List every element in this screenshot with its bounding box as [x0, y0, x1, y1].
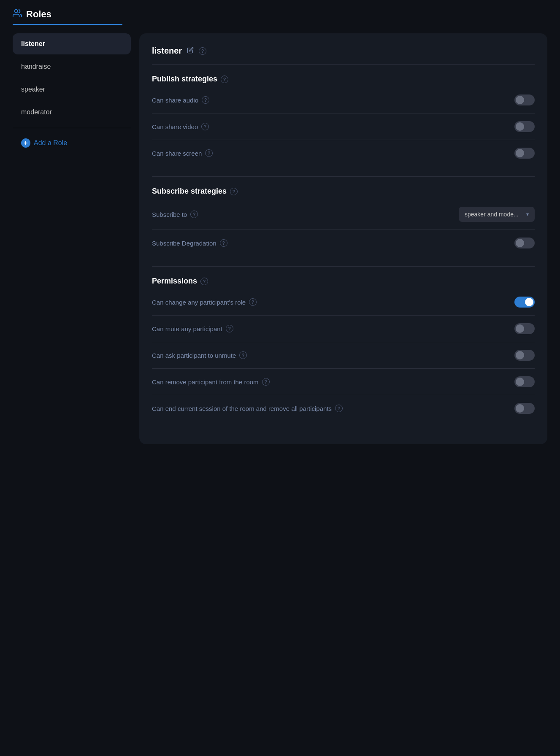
- subscribe-help-icon[interactable]: ?: [230, 188, 238, 195]
- permissions-help-icon[interactable]: ?: [200, 278, 208, 285]
- can-ask-unmute-row: Can ask participant to unmute ?: [152, 342, 535, 369]
- permissions-section: Permissions ? Can change any participant…: [152, 267, 535, 432]
- add-role-icon: +: [21, 138, 30, 148]
- roles-icon: [13, 8, 22, 20]
- page-title: Roles: [26, 9, 51, 20]
- can-ask-unmute-label: Can ask participant to unmute ?: [152, 351, 247, 359]
- sidebar-item-listener[interactable]: listener: [13, 33, 131, 54]
- can-remove-label: Can remove participant from the room ?: [152, 378, 270, 386]
- detail-panel: listener ? Publish strategies ?: [139, 33, 547, 444]
- can-share-video-help[interactable]: ?: [201, 123, 209, 130]
- can-share-video-label: Can share video ?: [152, 123, 209, 130]
- publish-help-icon[interactable]: ?: [221, 76, 228, 83]
- can-share-screen-toggle[interactable]: [514, 148, 535, 159]
- can-ask-unmute-toggle[interactable]: [514, 350, 535, 361]
- can-end-session-row: Can end current session of the room and …: [152, 395, 535, 421]
- can-remove-row: Can remove participant from the room ?: [152, 369, 535, 395]
- can-end-session-help[interactable]: ?: [335, 405, 343, 412]
- permissions-title: Permissions ?: [152, 277, 535, 286]
- can-change-role-toggle[interactable]: [514, 297, 535, 308]
- can-end-session-toggle[interactable]: [514, 403, 535, 414]
- publish-strategies-title: Publish strategies ?: [152, 75, 535, 84]
- edit-icon[interactable]: [187, 47, 194, 55]
- can-mute-label: Can mute any participant ?: [152, 325, 233, 332]
- subscribe-strategies-section: Subscribe strategies ? Subscribe to ? sp…: [152, 177, 535, 267]
- subscribe-strategies-title: Subscribe strategies ?: [152, 187, 535, 196]
- can-share-audio-help[interactable]: ?: [202, 96, 209, 104]
- panel-role-name: listener: [152, 46, 182, 56]
- can-ask-unmute-help[interactable]: ?: [239, 351, 247, 359]
- can-remove-toggle[interactable]: [514, 376, 535, 387]
- subscribe-degradation-label: Subscribe Degradation ?: [152, 239, 227, 247]
- panel-header: listener ?: [152, 46, 535, 65]
- can-end-session-label: Can end current session of the room and …: [152, 405, 343, 412]
- sidebar: listener handraise speaker moderator + A…: [13, 33, 131, 153]
- can-change-role-help[interactable]: ?: [249, 298, 257, 306]
- can-mute-toggle[interactable]: [514, 323, 535, 334]
- subscribe-to-label: Subscribe to ?: [152, 211, 198, 218]
- can-share-video-row: Can share video ?: [152, 113, 535, 140]
- panel-help-icon[interactable]: ?: [199, 47, 206, 55]
- dropdown-chevron: ▾: [526, 211, 529, 217]
- can-share-audio-row: Can share audio ?: [152, 87, 535, 113]
- can-share-audio-label: Can share audio ?: [152, 96, 209, 104]
- sidebar-divider: [13, 128, 131, 128]
- subscribe-to-dropdown[interactable]: speaker and mode... ▾: [459, 207, 535, 222]
- can-change-role-row: Can change any participant's role ?: [152, 289, 535, 316]
- can-change-role-label: Can change any participant's role ?: [152, 298, 257, 306]
- add-role-label: Add a Role: [34, 139, 67, 147]
- can-share-video-toggle[interactable]: [514, 121, 535, 132]
- sidebar-item-handraise[interactable]: handraise: [13, 56, 131, 77]
- can-mute-row: Can mute any participant ?: [152, 316, 535, 342]
- subscribe-degradation-toggle[interactable]: [514, 238, 535, 248]
- subscribe-to-help[interactable]: ?: [190, 211, 198, 218]
- can-share-screen-help[interactable]: ?: [205, 149, 213, 157]
- subscribe-degradation-help[interactable]: ?: [220, 239, 227, 247]
- can-remove-help[interactable]: ?: [262, 378, 270, 386]
- sidebar-item-moderator[interactable]: moderator: [13, 102, 131, 123]
- main-content: listener handraise speaker moderator + A…: [13, 33, 547, 444]
- page-header: Roles: [13, 8, 122, 25]
- svg-point-0: [15, 10, 18, 13]
- can-share-screen-row: Can share screen ?: [152, 140, 535, 166]
- can-share-audio-toggle[interactable]: [514, 94, 535, 105]
- sidebar-item-speaker[interactable]: speaker: [13, 79, 131, 100]
- can-mute-help[interactable]: ?: [226, 325, 233, 332]
- can-share-screen-label: Can share screen ?: [152, 149, 213, 157]
- subscribe-to-row: Subscribe to ? speaker and mode... ▾: [152, 199, 535, 230]
- publish-strategies-section: Publish strategies ? Can share audio ?: [152, 65, 535, 177]
- subscribe-to-value: speaker and mode...: [465, 211, 519, 218]
- subscribe-degradation-row: Subscribe Degradation ?: [152, 230, 535, 256]
- add-role-button[interactable]: + Add a Role: [13, 133, 131, 153]
